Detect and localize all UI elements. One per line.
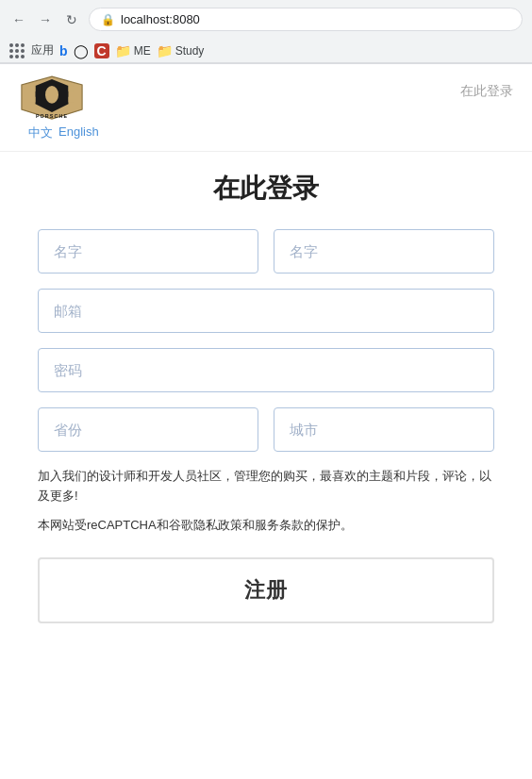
back-button[interactable]: ←	[9, 10, 28, 29]
apps-label: 应用	[31, 42, 54, 58]
svg-rect-6	[31, 97, 36, 103]
header-login-link[interactable]: 在此登录	[460, 74, 513, 100]
password-input[interactable]	[38, 348, 494, 392]
bookmark-b[interactable]: b	[59, 43, 68, 58]
email-input[interactable]	[38, 289, 494, 333]
language-links: 中文 English	[19, 124, 99, 141]
apps-shortcut[interactable]: 应用	[9, 42, 54, 58]
lang-en-link[interactable]: English	[58, 124, 99, 141]
logo-area: PORSCHE 中文 English	[19, 74, 99, 141]
svg-rect-7	[69, 86, 74, 91]
main-form-area: 在此登录 加入我们的设计师和开发人员社区，管理您的购买，最喜欢的主题和片段，评论…	[0, 152, 532, 642]
bookmark-me-label: ME	[134, 44, 151, 58]
name-row	[38, 229, 494, 273]
email-row	[38, 289, 494, 333]
bing-icon: b	[59, 43, 68, 58]
password-row	[38, 348, 494, 392]
bookmark-c[interactable]: C	[94, 43, 109, 58]
bookmark-github[interactable]: ◯	[74, 43, 89, 58]
c-icon: C	[94, 43, 109, 58]
url-text: localhost:8080	[121, 12, 200, 26]
svg-rect-5	[31, 86, 36, 91]
community-info-text: 加入我们的设计师和开发人员社区，管理您的购买，最喜欢的主题和片段，评论，以及更多…	[38, 467, 494, 506]
github-icon: ◯	[74, 43, 89, 58]
page-content: PORSCHE 中文 English 在此登录 在此登录	[0, 64, 532, 779]
last-name-input[interactable]	[274, 229, 494, 273]
apps-grid-icon	[9, 43, 25, 58]
folder-study-icon: 📁	[157, 43, 173, 58]
porsche-logo: PORSCHE	[19, 74, 85, 121]
location-row	[38, 407, 494, 452]
forward-button[interactable]: →	[36, 10, 55, 29]
svg-text:PORSCHE: PORSCHE	[36, 113, 68, 119]
folder-me-icon: 📁	[115, 43, 131, 58]
bookmark-study-label: Study	[175, 44, 205, 58]
city-input[interactable]	[274, 407, 494, 452]
site-header: PORSCHE 中文 English 在此登录	[0, 64, 532, 152]
recaptcha-info-text: 本网站受reCAPTCHA和谷歌隐私政策和服务条款的保护。	[38, 516, 494, 536]
bookmarks-bar: 应用 b ◯ C 📁 ME 📁 Study	[0, 39, 532, 63]
refresh-button[interactable]: ↻	[62, 10, 81, 29]
first-name-input[interactable]	[38, 229, 258, 273]
svg-rect-8	[69, 97, 74, 103]
address-bar[interactable]: 🔒 localhost:8080	[89, 8, 523, 31]
province-input[interactable]	[38, 407, 258, 452]
lang-zh-link[interactable]: 中文	[28, 124, 53, 141]
register-button[interactable]: 注册	[38, 557, 494, 623]
bookmark-me[interactable]: 📁 ME	[115, 43, 151, 58]
secure-icon: 🔒	[101, 13, 115, 26]
bookmark-study[interactable]: 📁 Study	[157, 43, 205, 58]
page-title: 在此登录	[38, 171, 494, 207]
browser-nav-bar: ← → ↻ 🔒 localhost:8080	[0, 0, 532, 39]
browser-chrome: ← → ↻ 🔒 localhost:8080 应用 b ◯ C 📁 ME	[0, 0, 532, 64]
svg-point-3	[45, 86, 58, 104]
